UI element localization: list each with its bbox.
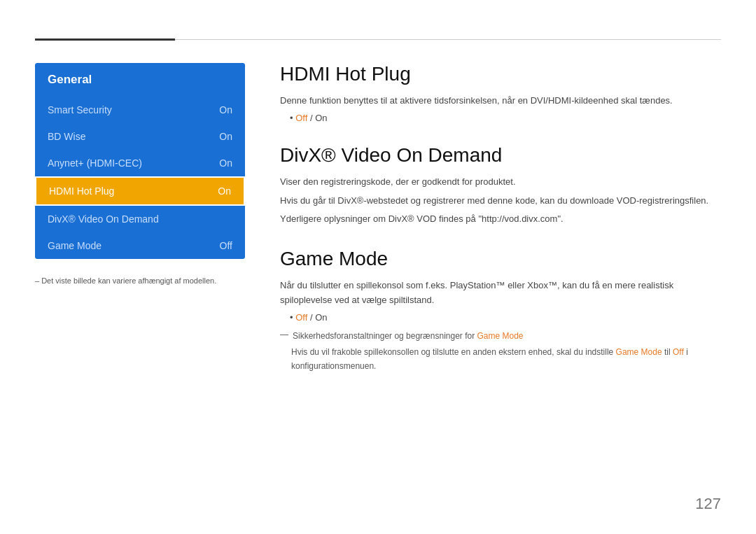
sidebar-item-hdmi-hot-plug[interactable]: HDMI Hot Plug On [35,176,245,206]
section-para-divx-1: Viser den registreringskode, der er godk… [280,175,721,190]
sidebar-item-value: Off [220,240,232,251]
note-label: Sikkerhedsforanstaltninger og begrænsnin… [293,331,475,341]
top-line-light [175,39,721,40]
top-decorative-lines [35,38,721,41]
hdmi-on-text: On [315,113,327,123]
sidebar-item-divx-vod[interactable]: DivX® Video On Demand [35,206,245,232]
section-title-hdmi-hot-plug: HDMI Hot Plug [280,63,721,85]
sidebar-item-label: BD Wise [48,131,85,142]
hdmi-bullet-list: Off / On [280,113,721,123]
sidebar-item-value: On [218,185,231,197]
section-para-divx-3: Yderligere oplysninger om DivX® VOD find… [280,212,721,227]
sidebar: General Smart Security On BD Wise On Any… [35,63,245,259]
sidebar-item-label: Game Mode [48,240,102,251]
section-title-divx-vod: DivX® Video On Demand [280,144,721,167]
page-number: 127 [695,495,721,513]
note-body2-til: til [664,347,671,357]
section-divx-vod: DivX® Video On Demand Viser den registre… [280,144,721,227]
sidebar-header: General [35,63,245,97]
game-mode-note-section: — Sikkerhedsforanstaltninger og begrænsn… [280,330,721,374]
section-hdmi-hot-plug: HDMI Hot Plug Denne funktion benyttes ti… [280,63,721,123]
sidebar-item-game-mode[interactable]: Game Mode Off [35,232,245,259]
section-para-divx-2: Hvis du går til DivX®-webstedet og regis… [280,194,721,209]
game-mode-bullet-off-on: Off / On [290,312,721,323]
top-line-dark [35,38,175,41]
sidebar-item-label: Smart Security [48,104,112,115]
sidebar-item-smart-security[interactable]: Smart Security On [35,97,245,123]
game-mode-note-text1: Sikkerhedsforanstaltninger og begrænsnin… [293,330,524,343]
game-mode-off-text: Off [295,312,307,323]
sidebar-item-bd-wise[interactable]: BD Wise On [35,123,245,150]
hdmi-bullet-off-on: Off / On [290,113,721,123]
game-mode-note-body: Hvis du vil frakoble spillekonsollen og … [291,347,688,371]
section-para-hdmi: Denne funktion benyttes til at aktivere … [280,94,721,108]
section-title-game-mode: Game Mode [280,248,721,270]
sidebar-item-value: On [219,104,232,115]
section-para-game-mode: Når du tilslutter en spillekonsol som f.… [280,279,721,308]
section-game-mode: Game Mode Når du tilslutter en spillekon… [280,248,721,373]
game-mode-note-line1: — Sikkerhedsforanstaltninger og begrænsn… [280,330,721,345]
note-body2: Hvis du vil frakoble spillekonsollen og … [291,347,613,357]
sidebar-note: – Det viste billede kan variere afhængig… [35,276,216,285]
sidebar-item-label: DivX® Video On Demand [48,213,159,225]
sidebar-item-anynet[interactable]: Anynet+ (HDMI-CEC) On [35,150,245,176]
sidebar-item-value: On [219,157,232,169]
sidebar-item-label: HDMI Hot Plug [49,185,114,197]
sidebar-item-label: Anynet+ (HDMI-CEC) [48,157,142,169]
game-mode-slash: / [307,312,315,323]
main-content: HDMI Hot Plug Denne funktion benyttes ti… [280,63,721,394]
game-mode-on-text: On [315,312,327,323]
hdmi-off-text: Off [295,113,307,123]
dash-icon: — [280,330,288,339]
game-mode-bullet-list: Off / On [280,312,721,323]
note-highlight1: Game Mode [477,331,524,341]
sidebar-item-value: On [219,131,232,142]
game-mode-note-line2: Hvis du vil frakoble spillekonsollen og … [280,345,721,373]
note-highlight2: Game Mode [616,347,662,357]
hdmi-slash: / [307,113,315,123]
note-highlight3: Off [673,347,684,357]
